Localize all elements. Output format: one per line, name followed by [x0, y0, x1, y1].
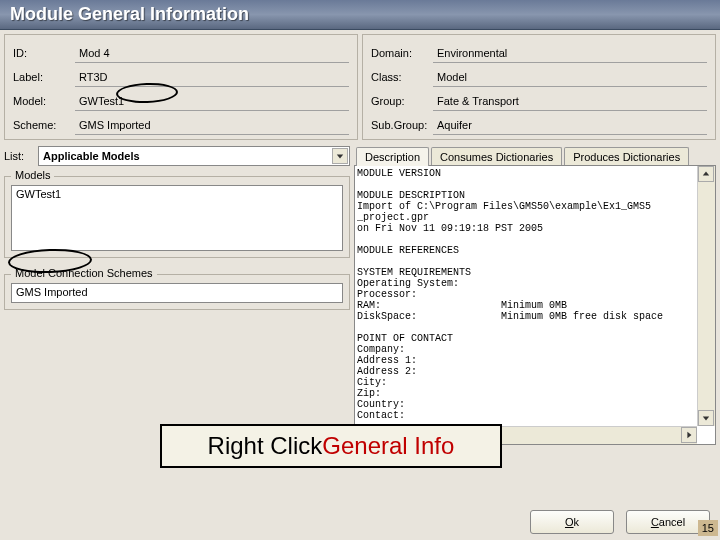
subgroup-label: Sub.Group: [371, 119, 433, 131]
models-listbox[interactable]: GWTest1 [11, 185, 343, 251]
description-textarea[interactable]: MODULE VERSION MODULE DESCRIPTION Import… [354, 165, 716, 445]
domain-value: Environmental [433, 43, 707, 63]
list-label: List: [4, 150, 38, 162]
chevron-up-icon [702, 170, 710, 178]
domain-label: Domain: [371, 47, 433, 59]
label-value: RT3D [75, 67, 349, 87]
schemes-panel: Model Connection Schemes GMS Imported [4, 274, 350, 310]
models-panel-title: Models [11, 169, 54, 181]
schemes-listbox[interactable]: GMS Imported [11, 283, 343, 303]
scheme-label: Scheme: [13, 119, 75, 131]
scheme-value: GMS Imported [75, 115, 349, 135]
group-label: Group: [371, 95, 433, 107]
chevron-down-icon [702, 414, 710, 422]
list-combobox[interactable]: Applicable Models [38, 146, 350, 166]
window-title: Module General Information [0, 0, 720, 30]
tab-description[interactable]: Description [356, 147, 429, 166]
info-left-group: ID:Mod 4 Label:RT3D Model:GWTest1 Scheme… [4, 34, 358, 140]
group-value: Fate & Transport [433, 91, 707, 111]
list-item[interactable]: GMS Imported [16, 286, 338, 298]
dialog-buttons: Ok Cancel [530, 510, 710, 534]
list-selected-value: Applicable Models [43, 150, 140, 162]
callout-text-red: General Info [322, 432, 454, 460]
tab-consumes-dictionaries[interactable]: Consumes Dictionaries [431, 147, 562, 166]
list-item[interactable]: GWTest1 [16, 188, 338, 200]
class-label: Class: [371, 71, 433, 83]
info-grid: ID:Mod 4 Label:RT3D Model:GWTest1 Scheme… [0, 30, 720, 140]
models-panel: Models GWTest1 [4, 176, 350, 258]
tab-bar: Description Consumes Dictionaries Produc… [356, 146, 716, 165]
description-text: MODULE VERSION MODULE DESCRIPTION Import… [357, 168, 695, 424]
scroll-down-button[interactable] [698, 410, 714, 426]
ok-button[interactable]: Ok [530, 510, 614, 534]
scroll-up-button[interactable] [698, 166, 714, 182]
chevron-down-icon [336, 152, 344, 160]
label-label: Label: [13, 71, 75, 83]
id-value: Mod 4 [75, 43, 349, 63]
model-label: Model: [13, 95, 75, 107]
class-value: Model [433, 67, 707, 87]
tab-produces-dictionaries[interactable]: Produces Dictionaries [564, 147, 689, 166]
chevron-right-icon [685, 431, 693, 439]
scroll-right-button[interactable] [681, 427, 697, 443]
page-number: 15 [698, 520, 718, 536]
vertical-scrollbar[interactable] [697, 166, 715, 426]
id-label: ID: [13, 47, 75, 59]
combobox-dropdown-button[interactable] [332, 148, 348, 164]
callout-text-black: Right Click [208, 432, 323, 460]
info-right-group: Domain:Environmental Class:Model Group:F… [362, 34, 716, 140]
instruction-callout: Right Click General Info [160, 424, 502, 468]
subgroup-value: Aquifer [433, 115, 707, 135]
